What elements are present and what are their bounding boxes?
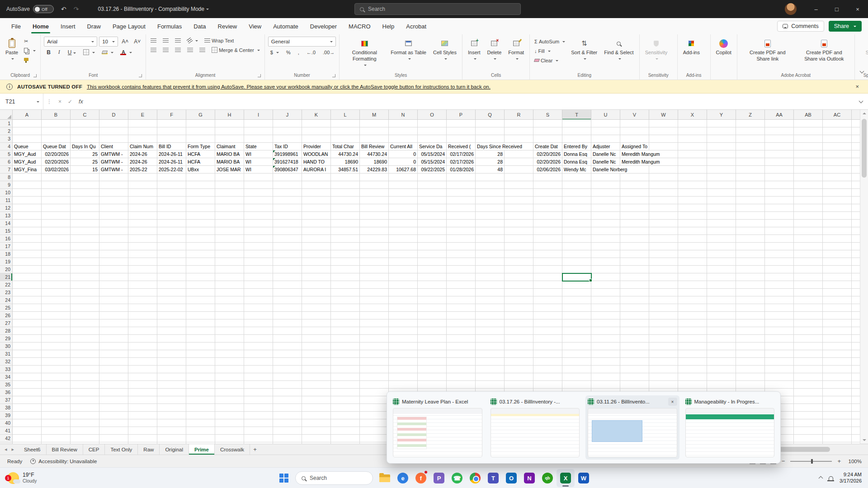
file-explorer-icon[interactable]: [376, 469, 394, 487]
document-title[interactable]: 03.17.26 - BillInventory - Compatibility…: [98, 6, 209, 12]
cell-a6[interactable]: MGY_Aud: [13, 158, 41, 165]
cell-p4[interactable]: Received (: [447, 143, 475, 150]
cell-t4[interactable]: Entered By: [562, 143, 591, 150]
menu-tab-home[interactable]: Home: [27, 18, 55, 34]
undo-button[interactable]: ↶: [61, 5, 66, 13]
row-header-25[interactable]: 25: [0, 304, 12, 312]
avatar[interactable]: [785, 3, 797, 15]
cell-u4[interactable]: Adjuster: [591, 143, 620, 150]
row-header-27[interactable]: 27: [0, 319, 12, 327]
weather-widget[interactable]: 1 19°F Cloudy: [5, 468, 39, 488]
column-header-m[interactable]: M: [360, 110, 389, 120]
delete-cells-button[interactable]: Delete: [485, 37, 504, 62]
font-dialog-launcher[interactable]: [139, 74, 142, 77]
cell-i7[interactable]: WI: [244, 166, 273, 173]
taskbar-search[interactable]: Search: [295, 471, 373, 485]
cell-c4[interactable]: Days In Qu: [71, 143, 99, 150]
cell-q4[interactable]: Days Since Received: [476, 143, 533, 150]
row-header-31[interactable]: 31: [0, 350, 12, 358]
sheet-tab-raw[interactable]: Raw: [138, 444, 160, 455]
cell-c7[interactable]: 15: [71, 166, 99, 173]
cell-s4[interactable]: Create Dat: [533, 143, 562, 150]
firefox-icon[interactable]: f: [412, 469, 430, 487]
cell-g4[interactable]: Form Type: [186, 143, 215, 150]
comma-style-button[interactable]: ,: [297, 48, 301, 56]
merge-center-button[interactable]: Merge & Center: [210, 46, 261, 54]
column-header-k[interactable]: K: [302, 110, 331, 120]
collapse-ribbon-button[interactable]: [860, 68, 863, 76]
cancel-entry-button[interactable]: ×: [55, 99, 65, 105]
cell-d7[interactable]: GMTWM -: [99, 166, 128, 173]
column-header-c[interactable]: C: [71, 110, 99, 120]
row-header-35[interactable]: 35: [0, 381, 12, 389]
row-header-22[interactable]: 22: [0, 281, 12, 289]
row-header-40[interactable]: 40: [0, 419, 12, 427]
row-header-13[interactable]: 13: [0, 212, 12, 220]
row-header-34[interactable]: 34: [0, 373, 12, 381]
cell-c6[interactable]: 25: [71, 158, 99, 165]
column-header-w[interactable]: W: [649, 110, 678, 120]
alignment-dialog-launcher[interactable]: [258, 74, 261, 77]
close-button[interactable]: ×: [847, 0, 868, 18]
sheet-tab-bill-review[interactable]: Bill Review: [47, 444, 83, 455]
align-bottom-button[interactable]: [174, 37, 182, 44]
accounting-format-button[interactable]: $: [269, 48, 280, 56]
sheet-tab-original[interactable]: Original: [160, 444, 189, 455]
column-header-j[interactable]: J: [273, 110, 302, 120]
sheet-tab-sheet6[interactable]: Sheet6: [19, 444, 46, 455]
window-thumbnail[interactable]: [491, 408, 580, 457]
cell-n6[interactable]: 0: [389, 158, 417, 165]
sheet-tab-text-only[interactable]: Text Only: [105, 444, 138, 455]
cell-h4[interactable]: Claimant: [215, 143, 244, 150]
cell-g6[interactable]: HCFA: [186, 158, 215, 165]
zoom-out-button[interactable]: −: [781, 458, 786, 465]
font-color-button[interactable]: A: [119, 48, 133, 56]
format-as-table-button[interactable]: Format as Table: [388, 37, 429, 62]
window-preview-4[interactable]: Manageability - In Progres...: [683, 395, 777, 460]
conditional-formatting-button[interactable]: Conditional Formatting: [343, 37, 386, 68]
column-header-ac[interactable]: AC: [823, 110, 852, 120]
row-header-11[interactable]: 11: [0, 197, 12, 204]
cell-i6[interactable]: WI: [244, 158, 273, 165]
align-right-button[interactable]: [174, 46, 182, 54]
column-header-t[interactable]: T: [562, 110, 591, 120]
column-header-ab[interactable]: AB: [794, 110, 823, 120]
cell-p5[interactable]: 02/17/2026: [447, 150, 475, 158]
cell-n7[interactable]: 10627.68: [389, 166, 417, 173]
cell-e7[interactable]: 2025-22: [128, 166, 157, 173]
cell-e4[interactable]: Claim Num: [128, 143, 157, 150]
menu-tab-draw[interactable]: Draw: [81, 18, 107, 34]
menu-tab-view[interactable]: View: [243, 18, 267, 34]
window-preview-2[interactable]: 03.17.26 - BillInventory -...: [488, 395, 582, 460]
window-thumbnail[interactable]: [685, 408, 775, 457]
formula-input[interactable]: [86, 94, 854, 109]
menu-tab-developer[interactable]: Developer: [304, 18, 343, 34]
cell-i5[interactable]: WI: [244, 150, 273, 158]
row-header-36[interactable]: 36: [0, 389, 12, 396]
accessibility-status[interactable]: Accessibility: Unavailable: [30, 459, 97, 464]
cell-j6[interactable]: 391627418: [273, 158, 302, 165]
cell-j5[interactable]: 391998961: [273, 150, 302, 158]
create-pdf-share-link-button[interactable]: Create PDF and Share link: [741, 37, 795, 64]
row-header-14[interactable]: 14: [0, 220, 12, 227]
sort-filter-button[interactable]: ⇅ Sort & Filter: [569, 37, 599, 62]
start-button[interactable]: [275, 469, 292, 487]
menu-tab-automate[interactable]: Automate: [267, 18, 304, 34]
minimize-button[interactable]: –: [806, 0, 826, 18]
row-header-3[interactable]: 3: [0, 135, 12, 143]
sheet-tab-prime[interactable]: Prime: [189, 444, 215, 455]
row-header-8[interactable]: 8: [0, 174, 12, 181]
row-header-10[interactable]: 10: [0, 189, 12, 197]
cell-a4[interactable]: Queue: [13, 143, 41, 150]
comments-button[interactable]: Comments: [777, 21, 824, 32]
column-header-g[interactable]: G: [186, 110, 215, 120]
cell-l4[interactable]: Total Char: [331, 143, 359, 150]
cell-s5[interactable]: 02/20/2026: [533, 150, 562, 158]
insert-cells-button[interactable]: Insert: [466, 37, 483, 62]
sheet-tab-crosswalk[interactable]: Crosswalk: [215, 444, 250, 455]
column-header-l[interactable]: L: [331, 110, 360, 120]
column-header-r[interactable]: R: [505, 110, 533, 120]
next-sheet-button[interactable]: ▸: [12, 446, 14, 452]
underline-button[interactable]: U: [66, 49, 78, 56]
cell-p6[interactable]: 02/17/2026: [447, 158, 475, 165]
